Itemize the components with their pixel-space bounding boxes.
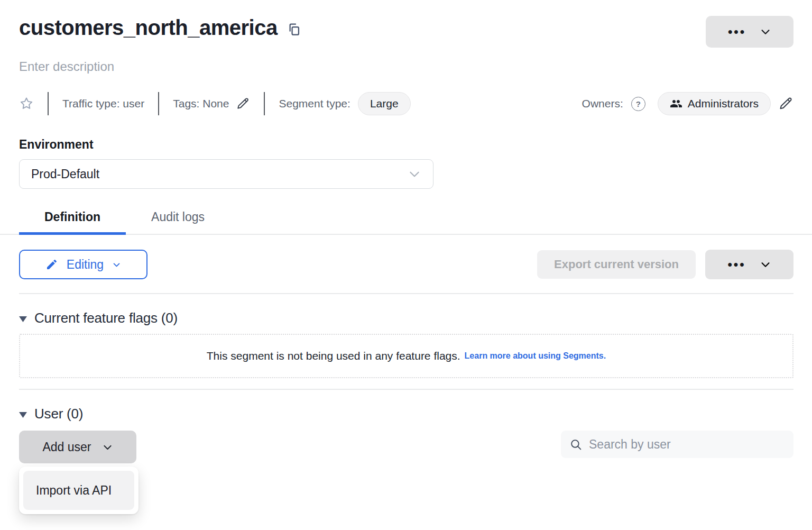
divider	[19, 389, 793, 390]
page-title: customers_north_america	[19, 16, 278, 40]
definition-more-menu-button[interactable]: •••	[705, 250, 793, 279]
people-icon	[670, 97, 682, 110]
tab-definition-label: Definition	[44, 210, 100, 224]
chevron-down-icon	[408, 167, 421, 181]
tags-group: Tags: None	[173, 97, 250, 111]
feature-flags-section-toggle[interactable]: Current feature flags (0)	[19, 310, 793, 326]
learn-more-link[interactable]: Learn more about using Segments.	[465, 351, 606, 361]
segment-type-group: Segment type: Large	[279, 92, 410, 115]
export-current-version-button[interactable]: Export current version	[537, 250, 696, 279]
search-by-user-input[interactable]	[589, 437, 785, 452]
user-section-title: User (0)	[34, 406, 83, 422]
edit-tags-pencil-icon[interactable]	[236, 97, 250, 111]
user-search-box	[561, 431, 793, 458]
environment-select[interactable]: Prod-Default	[19, 159, 433, 189]
feature-flags-section-title: Current feature flags (0)	[34, 310, 178, 326]
tab-audit-logs-label: Audit logs	[151, 210, 205, 224]
description-placeholder[interactable]: Enter description	[19, 59, 793, 74]
environment-label: Environment	[19, 138, 793, 152]
meta-row: Traffic type: user Tags: None Segment ty…	[19, 92, 793, 115]
feature-flags-section: Current feature flags (0) This segment i…	[19, 310, 793, 378]
meta-left: Traffic type: user Tags: None Segment ty…	[19, 92, 411, 115]
page-header: customers_north_america •••	[19, 16, 793, 48]
title-wrap: customers_north_america	[19, 16, 301, 40]
menu-item-import-via-api[interactable]: Import via API	[23, 471, 134, 510]
definition-toolbar: Editing Export current version •••	[19, 250, 793, 279]
favorite-star-icon[interactable]	[19, 96, 34, 111]
feature-flags-empty-text: This segment is not being used in any fe…	[207, 350, 460, 362]
owners-group: Owners: ? Administrators	[582, 92, 793, 115]
segment-type-label: Segment type:	[279, 97, 350, 110]
edit-owners-pencil-icon[interactable]	[779, 96, 793, 111]
tab-audit-logs[interactable]: Audit logs	[126, 210, 230, 235]
traffic-type-label: Traffic type: user	[62, 97, 144, 110]
tags-label: Tags: None	[173, 97, 229, 110]
segment-type-badge: Large	[358, 92, 411, 115]
feature-flags-empty-state: This segment is not being used in any fe…	[19, 334, 793, 378]
owners-badge[interactable]: Administrators	[658, 92, 771, 115]
chevron-down-icon	[760, 259, 771, 270]
add-user-dropdown-menu: Import via API	[19, 467, 139, 514]
ellipsis-icon: •••	[728, 25, 746, 38]
editing-mode-button[interactable]: Editing	[19, 250, 147, 279]
chevron-down-icon	[102, 442, 113, 453]
user-controls-row: Add user Import via API	[19, 431, 793, 463]
add-user-label: Add user	[42, 440, 91, 454]
environment-selected-value: Prod-Default	[31, 167, 99, 181]
meta-divider	[48, 92, 49, 115]
add-user-button[interactable]: Add user	[19, 431, 136, 463]
chevron-down-icon	[760, 26, 771, 38]
user-section-toggle[interactable]: User (0)	[19, 406, 793, 422]
copy-icon[interactable]	[287, 22, 301, 36]
environment-section: Environment Prod-Default	[19, 138, 793, 189]
toolbar-right: Export current version •••	[537, 250, 793, 279]
meta-divider	[264, 92, 265, 115]
tab-bar: Definition Audit logs	[19, 210, 793, 235]
collapse-triangle-icon	[19, 316, 27, 322]
editing-label: Editing	[67, 258, 104, 272]
pencil-icon	[45, 258, 58, 271]
owners-label: Owners:	[582, 97, 623, 110]
help-icon[interactable]: ?	[631, 97, 645, 111]
search-icon	[569, 438, 583, 451]
owners-value: Administrators	[688, 97, 759, 110]
ellipsis-icon: •••	[727, 258, 745, 271]
chevron-down-icon	[112, 260, 121, 269]
user-section: User (0) Add user Import via API	[19, 406, 793, 463]
divider	[19, 293, 793, 294]
meta-divider	[158, 92, 159, 115]
header-more-menu-button[interactable]: •••	[706, 16, 793, 48]
tab-definition[interactable]: Definition	[19, 210, 126, 235]
collapse-triangle-icon	[19, 412, 27, 418]
segment-detail-page: customers_north_america ••• Enter descri…	[0, 0, 812, 530]
